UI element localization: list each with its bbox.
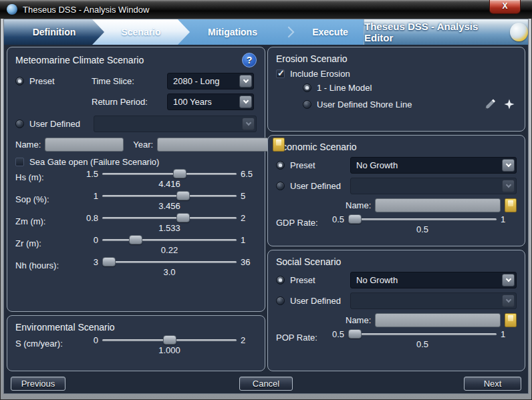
tab-definition[interactable]: Definition	[4, 19, 104, 45]
editor-title: Theseus DSS - Analysis Editor	[364, 21, 503, 43]
user-shore-radio[interactable]	[303, 100, 311, 109]
nh-slider-thumb[interactable]	[102, 257, 116, 266]
nh-value: 3.0	[82, 267, 257, 277]
tab-execute[interactable]: Execute	[297, 19, 364, 45]
chevron-down-icon	[502, 180, 515, 192]
cancel-button[interactable]: Cancel	[239, 377, 293, 391]
zm-slider[interactable]	[102, 212, 237, 223]
environmental-panel: Environmental Scenario S (cm/year): 0 2	[7, 315, 265, 371]
chevron-down-icon	[502, 294, 515, 307]
s-slider[interactable]	[102, 335, 237, 345]
gdp-label: GDP Rate:	[276, 214, 328, 234]
preset-radio[interactable]	[15, 77, 24, 85]
clear-shoreline-button[interactable]	[502, 97, 517, 112]
pop-slider[interactable]	[348, 329, 497, 339]
tab-scenario[interactable]: Scenario	[92, 19, 190, 45]
sop-value: 3.456	[82, 201, 257, 211]
year-input[interactable]	[157, 138, 269, 152]
zr-max: 1	[241, 235, 257, 245]
pop-max: 1	[501, 329, 517, 339]
user-defined-dropdown[interactable]	[94, 116, 257, 132]
name-label: Name:	[15, 140, 41, 150]
previous-label: Previous	[21, 379, 55, 389]
s-max: 2	[241, 335, 257, 345]
hs-slider[interactable]	[102, 168, 237, 179]
previous-button[interactable]: Previous	[11, 377, 65, 391]
nh-slider-row: Nh (hours): 3 36 3.0	[15, 256, 257, 277]
zm-slider-thumb[interactable]	[176, 213, 190, 222]
client-area: Definition Scenario Mitigations Execute …	[3, 19, 529, 394]
chevron-down-icon	[239, 95, 252, 108]
save-icon[interactable]	[273, 138, 285, 152]
name-input[interactable]	[45, 138, 124, 152]
social-name-input[interactable]	[375, 313, 501, 327]
social-preset-value: No Growth	[356, 275, 502, 285]
social-preset-label: Preset	[290, 275, 345, 285]
econ-preset-value: No Growth	[356, 160, 502, 170]
erosion-title: Erosion Scenario	[276, 53, 348, 64]
chevron-separator-icon	[283, 27, 295, 38]
theseus-logo-icon	[510, 23, 528, 41]
s-label: S (cm/year):	[15, 335, 82, 355]
help-button[interactable]: ?	[242, 53, 257, 67]
main-area: Meteomarine Climate Scenario ? Preset Ti…	[4, 45, 528, 373]
econ-preset-dropdown[interactable]: No Growth	[350, 157, 517, 174]
wizard-strip: Definition Scenario Mitigations Execute …	[4, 19, 528, 45]
gdp-slider[interactable]	[348, 214, 497, 224]
include-erosion-checkbox[interactable]	[276, 69, 285, 78]
econ-name-input[interactable]	[375, 198, 501, 212]
chevron-down-icon	[239, 75, 252, 87]
sea-gate-checkbox[interactable]	[15, 158, 24, 166]
zr-slider-thumb[interactable]	[129, 235, 142, 244]
s-slider-row: S (cm/year): 0 2 1.000	[15, 335, 257, 355]
sop-slider-thumb[interactable]	[176, 191, 190, 200]
next-button[interactable]: Next	[464, 377, 521, 391]
pop-label: POP Rate:	[276, 329, 328, 349]
zm-max: 2	[241, 213, 257, 223]
return-period-dropdown[interactable]: 100 Years	[167, 93, 254, 110]
nh-slider[interactable]	[102, 256, 237, 267]
meteomarine-panel: Meteomarine Climate Scenario ? Preset Ti…	[7, 47, 265, 312]
edit-shoreline-button[interactable]	[482, 97, 497, 112]
save-icon[interactable]	[505, 313, 517, 327]
left-column: Meteomarine Climate Scenario ? Preset Ti…	[7, 47, 265, 371]
social-user-defined-radio[interactable]	[276, 296, 285, 305]
hs-slider-thumb[interactable]	[173, 169, 186, 178]
economic-title: Economic Scenario	[276, 142, 357, 152]
next-label: Next	[484, 379, 502, 389]
close-button[interactable]: X	[489, 0, 521, 14]
social-preset-dropdown[interactable]: No Growth	[350, 272, 517, 288]
social-user-defined-dropdown[interactable]	[350, 292, 517, 309]
user-defined-radio[interactable]	[15, 120, 24, 128]
s-slider-thumb[interactable]	[163, 335, 176, 345]
save-icon[interactable]	[505, 198, 517, 212]
sop-slider-row: Sop (%): 1 5 3.456	[15, 190, 257, 211]
line-model-radio[interactable]	[303, 83, 311, 92]
tab-mitigations[interactable]: Mitigations	[190, 19, 275, 45]
zr-slider[interactable]	[102, 234, 237, 245]
econ-user-defined-dropdown[interactable]	[350, 178, 517, 194]
preset-label: Preset	[29, 76, 86, 86]
zm-value: 1.533	[82, 223, 257, 233]
nh-max: 36	[241, 257, 257, 267]
social-preset-radio[interactable]	[276, 276, 285, 284]
s-min: 0	[82, 335, 98, 345]
tab-execute-label: Execute	[312, 27, 348, 37]
social-panel: Social Scenario Preset No Growth User De…	[267, 250, 525, 371]
environmental-title: Environmental Scenario	[15, 322, 115, 333]
econ-preset-radio[interactable]	[276, 161, 285, 170]
time-slice-label: Time Slice:	[92, 76, 162, 86]
nh-min: 3	[82, 257, 98, 267]
sop-label: Sop (%):	[15, 190, 82, 211]
s-value: 1.000	[82, 345, 257, 355]
time-slice-dropdown[interactable]: 2080 - Long	[167, 73, 254, 89]
zm-min: 0.8	[82, 213, 98, 223]
tab-scenario-label: Scenario	[121, 27, 160, 37]
sparkle-icon	[503, 98, 515, 110]
pop-slider-thumb[interactable]	[348, 329, 362, 339]
gdp-slider-thumb[interactable]	[348, 214, 362, 224]
pop-min: 0.5	[328, 329, 344, 339]
meteomarine-title: Meteomarine Climate Scenario	[15, 55, 144, 65]
sop-slider[interactable]	[102, 190, 237, 201]
econ-user-defined-radio[interactable]	[276, 182, 285, 190]
